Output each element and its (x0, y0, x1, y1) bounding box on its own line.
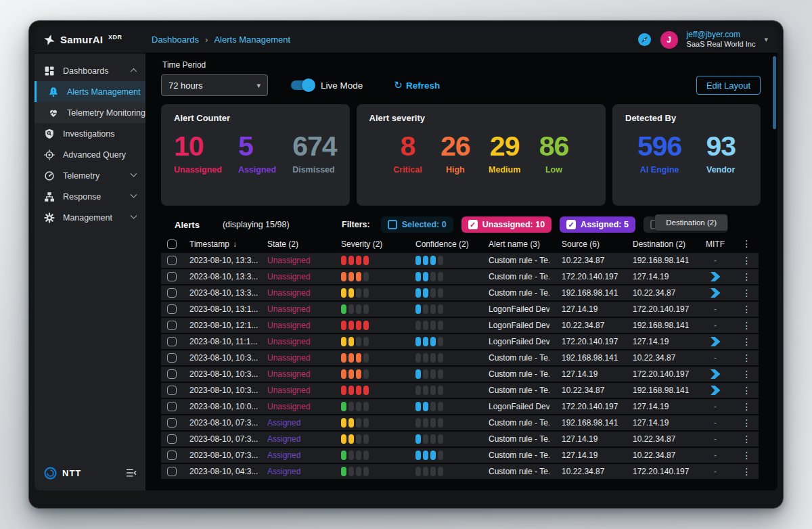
sidebar-item-telemetry[interactable]: Telemetry (35, 165, 145, 186)
row-kebab-icon[interactable]: ⋮ (742, 467, 752, 477)
metric-vendor: 93Vendor (706, 132, 736, 175)
sidebar-item-investigations[interactable]: Investigations (35, 123, 145, 144)
row-kebab-icon[interactable]: ⋮ (742, 321, 752, 331)
cell-timestamp: 2023-08-10, 04:3... (184, 467, 265, 476)
row-checkbox[interactable] (167, 337, 177, 346)
row-checkbox[interactable] (167, 321, 177, 330)
breadcrumb-dashboards[interactable]: Dashboards (152, 34, 199, 45)
table-row[interactable]: 2023-08-10, 10:0... Unassigned LogonFail… (161, 399, 759, 415)
column-source[interactable]: Source (6) (549, 239, 620, 249)
table-row[interactable]: 2023-08-10, 11:1... Unassigned LogonFail… (161, 334, 759, 350)
row-checkbox[interactable] (167, 467, 177, 476)
live-mode-toggle[interactable] (291, 80, 314, 90)
table-row[interactable]: 2023-08-10, 12:1... Unassigned LogonFail… (161, 318, 759, 334)
sidebar-item-management[interactable]: Management (35, 207, 145, 228)
cell-source: 10.22.34.87 (549, 256, 620, 265)
column-confidence[interactable]: Confidence (2) (401, 239, 476, 249)
column-timestamp[interactable]: Timestamp↓ (184, 239, 265, 249)
sidebar-item-advanced-query[interactable]: Advanced Query (35, 144, 145, 165)
sidebar-item-alerts-management[interactable]: Alerts Management (35, 81, 145, 102)
row-kebab-icon[interactable]: ⋮ (742, 386, 752, 396)
row-kebab-icon[interactable]: ⋮ (742, 304, 752, 315)
column-state[interactable]: State (2) (265, 239, 329, 249)
chevron-up-icon (131, 68, 137, 75)
header-kebab-icon[interactable]: ⋮ (742, 238, 752, 249)
table-row[interactable]: 2023-08-10, 10:3... Unassigned Custom ru… (161, 350, 759, 367)
row-checkbox[interactable] (167, 418, 177, 428)
sidebar-item-response[interactable]: Response (35, 186, 145, 207)
avatar[interactable]: J (660, 31, 678, 49)
time-period-select[interactable]: 72 hours ▾ (161, 74, 268, 96)
table-row[interactable]: 2023-08-10, 07:3... Assigned Custom rule… (161, 432, 759, 448)
alerts-rows: 2023-08-10, 13:3... Unassigned Custom ru… (161, 253, 759, 480)
column-alert-name[interactable]: Alert name (3) (476, 239, 549, 249)
row-kebab-icon[interactable]: ⋮ (742, 337, 752, 347)
row-kebab-icon[interactable]: ⋮ (742, 288, 752, 298)
table-row[interactable]: 2023-08-10, 04:3... Assigned Custom rule… (161, 464, 759, 480)
sidebar-item-telemetry-monitoring[interactable]: Telemetry Monitoring (35, 102, 145, 123)
row-checkbox[interactable] (167, 272, 177, 281)
refresh-button[interactable]: ↻ Refresh (394, 79, 440, 91)
metric-critical: 8Critical (393, 132, 422, 175)
cell-alert-name: Custom rule - Te... (476, 353, 549, 363)
cell-severity (329, 288, 401, 298)
severity-pills (341, 353, 401, 363)
row-kebab-icon[interactable]: ⋮ (742, 402, 752, 412)
filter-chip-unassigned[interactable]: ✓Unassigned: 10 (461, 216, 551, 233)
row-checkbox[interactable] (167, 353, 177, 363)
row-kebab-icon[interactable]: ⋮ (742, 434, 752, 444)
column-destination[interactable]: Destination (2) (620, 239, 696, 249)
row-checkbox[interactable] (167, 434, 177, 444)
row-kebab-icon[interactable]: ⋮ (742, 369, 752, 380)
row-kebab-icon[interactable]: ⋮ (742, 272, 752, 282)
row-checkbox[interactable] (167, 451, 177, 460)
user-menu-caret-icon[interactable]: ▾ (764, 35, 768, 44)
breadcrumb-separator-icon: › (205, 34, 208, 45)
row-kebab-icon[interactable]: ⋮ (742, 418, 752, 428)
cell-timestamp: 2023-08-10, 13:3... (184, 256, 265, 265)
compass-icon[interactable] (637, 32, 652, 47)
select-all-checkbox[interactable] (167, 239, 177, 249)
collapse-sidebar-icon[interactable] (126, 468, 137, 478)
table-row[interactable]: 2023-08-10, 13:3... Unassigned Custom ru… (161, 269, 759, 285)
cell-severity (329, 434, 401, 444)
cell-alert-name: Custom rule - Te... (476, 451, 549, 460)
row-checkbox[interactable] (167, 386, 177, 395)
edit-layout-button[interactable]: Edit Layout (696, 76, 761, 95)
cell-source: 10.22.34.87 (549, 386, 620, 395)
confidence-pills (415, 321, 476, 330)
table-row[interactable]: 2023-08-10, 13:3... Unassigned Custom ru… (161, 285, 759, 302)
alerts-displaying-count: (displaying 15/98) (223, 220, 290, 229)
breadcrumb-alerts-management[interactable]: Alerts Management (214, 34, 290, 45)
cell-state: Unassigned (265, 256, 329, 265)
row-checkbox[interactable] (167, 256, 177, 265)
cell-mitre (696, 272, 735, 282)
table-row[interactable]: 2023-08-10, 13:3... Unassigned Custom ru… (161, 253, 759, 269)
table-row[interactable]: 2023-08-10, 13:1... Unassigned LogonFail… (161, 302, 759, 318)
alerts-title: Alerts (175, 220, 200, 230)
app-logo[interactable]: SamurAIXDR (35, 34, 139, 46)
cell-mitre (696, 288, 735, 298)
row-checkbox[interactable] (167, 402, 177, 411)
filter-chip-assigned[interactable]: ✓Assigned: 5 (560, 216, 635, 233)
cell-destination: 127.14.19 (620, 418, 696, 428)
row-checkbox[interactable] (167, 304, 177, 314)
column-severity[interactable]: Severity (2) (329, 239, 401, 249)
row-checkbox[interactable] (167, 369, 177, 379)
table-row[interactable]: 2023-08-10, 07:3... Assigned Custom rule… (161, 415, 759, 432)
table-row[interactable]: 2023-08-10, 07:3... Assigned Custom rule… (161, 448, 759, 464)
row-checkbox[interactable] (167, 288, 177, 298)
cell-source: 172.20.140.197 (549, 272, 620, 281)
row-kebab-icon[interactable]: ⋮ (742, 353, 752, 363)
table-row[interactable]: 2023-08-10, 10:3... Unassigned Custom ru… (161, 383, 759, 399)
table-row[interactable]: 2023-08-10, 10:3... Unassigned Custom ru… (161, 367, 759, 383)
cell-severity (329, 369, 401, 379)
sidebar-item-dashboards[interactable]: Dashboards (35, 60, 145, 81)
row-kebab-icon[interactable]: ⋮ (742, 256, 752, 266)
row-kebab-icon[interactable]: ⋮ (742, 451, 752, 461)
cell-source: 127.14.19 (549, 451, 620, 460)
filter-chip-selected[interactable]: Selected: 0 (381, 216, 453, 233)
scrollbar-thumb[interactable] (773, 56, 776, 129)
column-mitre[interactable]: MITF (696, 239, 735, 249)
cell-state: Assigned (265, 451, 329, 460)
